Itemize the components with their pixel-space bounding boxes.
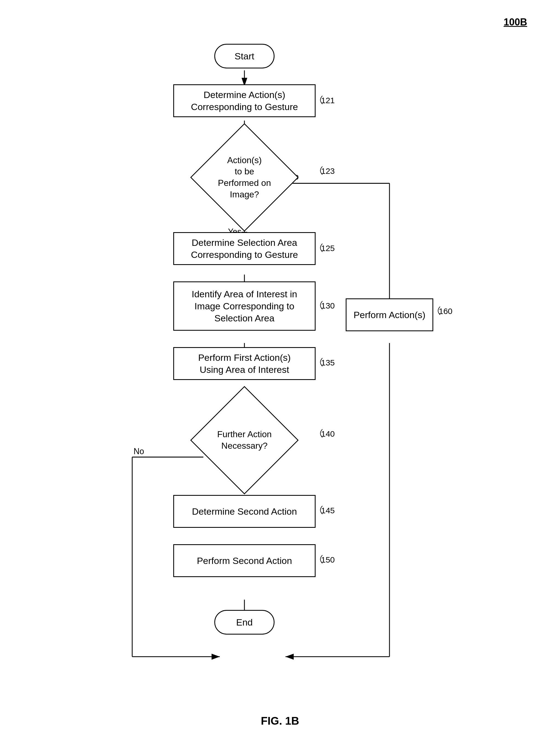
svg-text:No: No: [134, 447, 144, 456]
page-figure-id: 100B: [503, 17, 527, 28]
node-140: Further ActionNecessary?: [206, 402, 283, 478]
ref-160-tick: [435, 305, 443, 316]
node-150-label: Perform Second Action: [197, 555, 292, 567]
ref-140-tick: [317, 428, 325, 439]
node-125: Determine Selection Area Corresponding t…: [173, 232, 316, 265]
node-125-label: Determine Selection Area Corresponding t…: [191, 237, 298, 261]
ref-130-tick: [317, 300, 325, 311]
flowchart: Yes No Yes No Start Determ: [88, 36, 472, 720]
ref-135-tick: [317, 357, 325, 368]
node-123: Action(s)to be Performed onImage?: [206, 139, 283, 216]
ref-121-tick: [317, 94, 325, 105]
node-130: Identify Area of Interest in Image Corre…: [173, 281, 316, 331]
ref-125-tick: [317, 242, 325, 253]
node-130-label: Identify Area of Interest in Image Corre…: [192, 288, 297, 324]
node-140-label: Further ActionNecessary?: [214, 429, 275, 451]
node-145-label: Determine Second Action: [192, 505, 297, 517]
node-121-label: Determine Action(s) Corresponding to Ges…: [191, 89, 298, 113]
node-160-label: Perform Action(s): [353, 309, 426, 321]
start-node: Start: [214, 44, 275, 68]
node-135-label: Perform First Action(s)Using Area of Int…: [198, 351, 291, 376]
node-123-label: Action(s)to be Performed onImage?: [214, 155, 275, 200]
ref-123-tick: [317, 165, 325, 176]
node-135: Perform First Action(s)Using Area of Int…: [173, 347, 316, 380]
node-121: Determine Action(s) Corresponding to Ges…: [173, 84, 316, 117]
start-label: Start: [235, 50, 254, 62]
end-label: End: [236, 616, 253, 628]
ref-145-tick: [317, 505, 325, 515]
node-150: Perform Second Action: [173, 544, 316, 577]
figure-label: FIG. 1B: [261, 715, 299, 727]
node-145: Determine Second Action: [173, 495, 316, 528]
ref-150-tick: [317, 554, 325, 565]
node-160: Perform Action(s): [346, 298, 433, 331]
end-node: End: [214, 610, 275, 635]
